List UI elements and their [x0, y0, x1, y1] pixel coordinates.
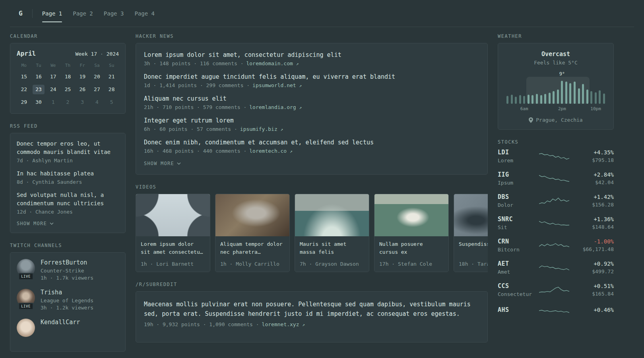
video-card[interactable]: Nullam posuere cursus ex 17h · Stefan Co…: [374, 194, 449, 272]
stock-row[interactable]: SNRC Sit +1.36% $148.64: [498, 216, 614, 230]
video-card[interactable]: Lorem ipsum dolor sit amet consectetu… 1…: [136, 194, 210, 272]
stock-row[interactable]: IIG Ipsum +2.84% $42.04: [498, 171, 614, 186]
rss-item-link[interactable]: Donec tempor eros leo, ut commodo mauris…: [17, 140, 119, 156]
hn-domain-link[interactable]: ipsumworld.net ↗: [252, 82, 302, 88]
post-title-link[interactable]: Maecenas mollis pulvinar erat non posuer…: [144, 300, 479, 319]
video-card-body: Aliquam tempor dolor nec pharetra… 1h · …: [215, 236, 289, 272]
rss-item-meta: 7d · Ashlyn Martin: [17, 158, 119, 163]
stock-name: Lorem: [498, 158, 539, 163]
calendar-day: 1: [47, 97, 59, 107]
video-card[interactable]: Suspendisse diam 18h · Tara: [454, 194, 488, 272]
stock-name: Amet: [498, 269, 539, 275]
channel-info: ForrestBurton Counter-Strike 1h · 1.7k v…: [41, 259, 93, 281]
hn-domain-link[interactable]: loremlandia.org ↗: [249, 104, 302, 110]
stock-sparkline: [539, 173, 569, 185]
video-thumbnail: [136, 194, 210, 236]
hn-domain-link[interactable]: loremdomain.com ↗: [246, 60, 299, 66]
weather-bar: [590, 91, 592, 104]
day-of-week-label: Mo: [17, 63, 31, 68]
hn-story-link[interactable]: Aliquam nec cursus elit: [144, 95, 479, 102]
post-domain-link[interactable]: loremnet.xyz ↗: [262, 321, 305, 327]
calendar-month-label: April: [17, 50, 36, 57]
calendar-day: 16: [33, 72, 45, 82]
video-card[interactable]: Mauris sit amet massa felis 7h · Grayson…: [295, 194, 369, 272]
calendar-day: 29: [18, 97, 30, 107]
stock-row[interactable]: CRN Bitcorn -1.00% $66,171.48: [498, 238, 614, 253]
page-tabs: Page 1 Page 2 Page 3 Page 4: [42, 0, 155, 27]
page-tab[interactable]: Page 4: [134, 9, 155, 18]
hn-meta: 6h · 60 points · 57 comments ·ipsumify.b…: [144, 126, 479, 132]
twitch-channel[interactable]: KendallCarr: [17, 319, 119, 337]
day-of-week-label: We: [46, 63, 60, 68]
stock-row[interactable]: DBS Dolor +1.42% $156.28: [498, 193, 614, 208]
stock-price: $499.72: [569, 268, 614, 274]
channel-viewers: 3h · 1.2k viewers: [41, 305, 93, 311]
stock-price: $795.18: [569, 157, 614, 163]
domain-text: ipsumify.biz: [240, 126, 277, 132]
hn-meta-text: 16h · 468 points · 440 comments ·: [144, 148, 246, 154]
calendar-section-title: CALENDAR: [10, 33, 126, 39]
channel-info: Trisha League of Legends 3h · 1.2k viewe…: [41, 289, 93, 311]
hn-story-link[interactable]: Lorem ipsum dolor sit amet, consectetur …: [144, 51, 479, 58]
hn-story-link[interactable]: Donec imperdiet augue tincidunt felis al…: [144, 73, 479, 80]
stock-left: AET Amet: [498, 260, 539, 275]
hn-meta-text: 1d · 1,414 points · 299 comments ·: [144, 82, 250, 88]
page-tab[interactable]: Page 3: [104, 9, 124, 18]
stock-row[interactable]: CCS Consectetur +0.51% $165.84: [498, 282, 614, 297]
channel-game: Counter-Strike: [41, 268, 93, 274]
video-card[interactable]: Aliquam tempor dolor nec pharetra… 1h · …: [215, 194, 290, 272]
hackernews-card: Lorem ipsum dolor sit amet, consectetur …: [136, 43, 488, 175]
video-title: Mauris sit amet massa felis: [300, 240, 364, 256]
post-meta: 19h · 9,932 points · 1,090 comments ·lor…: [144, 321, 479, 327]
subreddit-widget: /R/SUBREDDIT Maecenas mollis pulvinar er…: [136, 282, 488, 342]
channel-name: ForrestBurton: [41, 259, 93, 266]
rss-show-more-button[interactable]: SHOW MORE: [17, 221, 119, 226]
hn-show-more-button[interactable]: SHOW MORE: [144, 161, 479, 166]
video-thumbnail: [454, 194, 488, 236]
external-link-icon: ↗: [281, 127, 283, 132]
page-tab[interactable]: Page 2: [73, 9, 93, 18]
calendar-widget: CALENDAR April Week 17 · 2024 MoTuWeThFr…: [10, 33, 126, 114]
channel-name: Trisha: [41, 289, 93, 296]
video-thumbnail: [215, 194, 289, 236]
hn-meta: 3h · 148 points · 116 comments ·loremdom…: [144, 60, 479, 66]
day-of-week-label: Sa: [90, 63, 105, 68]
stock-change: -1.00%: [569, 238, 614, 245]
weather-time-labels: 6am2pm10pm: [505, 106, 606, 112]
stock-row[interactable]: AET Amet +0.92% $499.72: [498, 260, 614, 275]
stock-symbol: CRN: [498, 238, 539, 245]
stock-price: $156.28: [569, 202, 614, 208]
twitch-channel[interactable]: LIVE Trisha League of Legends 3h · 1.2k …: [17, 289, 119, 311]
domain-text: loremtech.co: [249, 148, 287, 154]
left-column: CALENDAR April Week 17 · 2024 MoTuWeThFr…: [10, 33, 126, 358]
middle-column: HACKER NEWS Lorem ipsum dolor sit amet, …: [136, 33, 488, 358]
weather-bar: [603, 93, 605, 104]
stock-sparkline: [539, 217, 569, 229]
stock-row[interactable]: LDI Lorem +4.35% $795.18: [498, 149, 614, 163]
separator-dot: ·: [100, 51, 103, 57]
rss-item-link[interactable]: In hac habitasse platea: [17, 169, 119, 178]
hn-domain-link[interactable]: loremtech.co ↗: [249, 148, 292, 154]
rss-list: Donec tempor eros leo, ut commodo mauris…: [17, 140, 119, 215]
twitch-channel[interactable]: LIVE ForrestBurton Counter-Strike 1h · 1…: [17, 259, 119, 281]
stock-sparkline: [539, 284, 569, 296]
weather-bar: [544, 94, 546, 104]
time-label: 6am: [520, 106, 528, 111]
hn-domain-link[interactable]: ipsumify.biz ↗: [240, 126, 283, 132]
calendar-day-headers: MoTuWeThFrSaSu: [17, 63, 119, 68]
page-tab[interactable]: Page 1: [42, 9, 62, 18]
hn-story-link[interactable]: Integer eget rutrum lorem: [144, 117, 479, 124]
rss-item-link[interactable]: Sed volutpat nulla nisl, a condimentum n…: [17, 191, 119, 208]
twitch-widget: TWITCH CHANNELS LIVE ForrestBurton Count…: [10, 243, 126, 352]
hn-story-link[interactable]: Donec enim nibh, condimentum et accumsan…: [144, 139, 479, 146]
rss-item: Sed volutpat nulla nisl, a condimentum n…: [17, 191, 119, 215]
calendar-week-label: Week 17 · 2024: [75, 51, 119, 57]
stock-row[interactable]: AHS +0.46%: [498, 305, 614, 317]
stock-symbol: DBS: [498, 193, 539, 200]
logo[interactable]: G: [19, 10, 23, 17]
weather-condition: Overcast: [505, 51, 606, 58]
rss-item-meta: 12d · Chance Jones: [17, 209, 119, 215]
chevron-down-icon: [177, 162, 181, 165]
weather-bar: [549, 93, 551, 104]
calendar-day: 24: [47, 85, 59, 94]
